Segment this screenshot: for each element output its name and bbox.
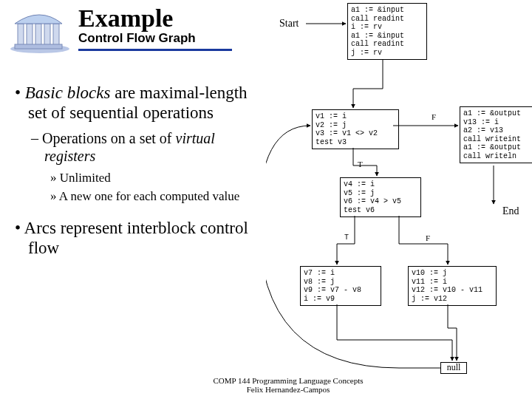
block-5: v7 := i v8 := j v9 := v7 - v8 i := v9 [300, 266, 381, 306]
bullet-unlimited: » Unlimited [15, 171, 259, 186]
null-box: null [440, 362, 467, 374]
block-3: a1 := &output v13 := i a2 := v13 call wr… [460, 106, 532, 163]
block-1: a1 := &input call readint i := rv a1 := … [347, 3, 427, 60]
false-label-2: F [426, 233, 430, 242]
bullet-arcs: • Arcs represent interblock control flow [15, 218, 259, 258]
false-label-1: F [432, 112, 436, 121]
content: • Basic blocks are maximal-length set of… [15, 83, 259, 265]
block-4: v4 := i v5 := j v6 := v4 > v5 test v6 [340, 177, 421, 217]
page-subtitle: Control Flow Graph [78, 31, 232, 46]
title-rule [78, 49, 232, 51]
block-2: v1 := i v2 := j v3 := v1 <> v2 test v3 [312, 109, 399, 149]
bullet-virtual-registers: – Operations on a set of virtual registe… [15, 130, 259, 165]
true-label-1: T [358, 160, 363, 168]
start-label: Start [279, 18, 299, 30]
svg-rect-1 [18, 24, 24, 46]
bullet-new-one: » A new one for each computed value [15, 189, 259, 205]
svg-rect-5 [53, 24, 59, 46]
end-label: End [502, 205, 519, 217]
bullet-basic-blocks: • Basic blocks are maximal-length set of… [15, 83, 259, 123]
svg-rect-4 [44, 24, 50, 46]
logo-image [7, 4, 72, 55]
footer-line2: Felix Hernandez-Campos [192, 385, 384, 395]
footer-line1: COMP 144 Programming Language Concepts [192, 376, 384, 386]
svg-rect-6 [15, 44, 62, 49]
footer: COMP 144 Programming Language Concepts F… [192, 376, 384, 395]
flowchart: Start a1 := &input call readint i := rv … [266, 0, 532, 399]
block-6: v10 := j v11 := i v12 := v10 - v11 j := … [408, 266, 497, 306]
svg-rect-2 [27, 24, 33, 46]
page-title: Example [78, 6, 232, 31]
svg-rect-3 [35, 24, 41, 46]
title-block: Example Control Flow Graph [78, 4, 232, 51]
